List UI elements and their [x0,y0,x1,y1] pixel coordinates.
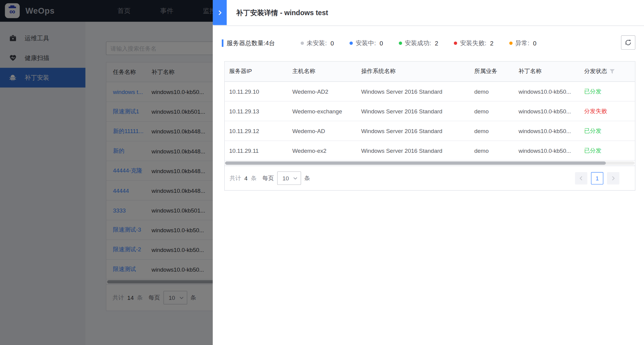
horizontal-scrollbar[interactable] [225,162,635,165]
filter-funnel-icon[interactable] [609,69,615,74]
patch-name-cell: windows10.0-kb50... [519,128,584,134]
chevron-down-icon [293,177,297,179]
column-header-server-ip: 服务器IP [225,68,292,75]
host-name-cell: Wedemo-AD [292,128,361,134]
os-name-cell: Windows Server 2016 Standard [361,108,474,115]
pager: 1 [575,172,619,184]
refresh-icon [624,39,632,46]
status-legend-item: 安装失败: 2 [454,39,494,47]
server-summary: 服务器总数量:4台 未安装: 0 安装中: 0 [222,36,536,50]
app-root: ∞ WeOps 首页 事件 监控 运维工具 [0,0,644,345]
status-label: 安装中: [356,39,376,47]
prev-page-button[interactable] [575,172,587,184]
server-ip-cell: 10.11.29.10 [225,88,292,95]
page-number-button[interactable]: 1 [591,172,603,184]
server-table-pagination: 共计 4 条 每页 10 条 1 [225,166,635,190]
business-cell: demo [474,88,519,95]
host-name-cell: Wedemo-AD2 [292,88,361,95]
status-value: 0 [380,40,383,47]
business-cell: demo [474,147,519,154]
business-cell: demo [474,128,519,134]
modal-mask[interactable] [0,0,213,345]
distribute-status-cell: 分发失败 [584,107,635,115]
status-label: 安装失败: [460,39,486,47]
status-legend-item: 异常: 0 [509,39,536,47]
status-value: 2 [435,40,438,47]
page-size-select[interactable]: 10 [277,171,301,185]
status-dot-icon [300,42,304,45]
scrollbar-thumb[interactable] [225,162,606,165]
total-suffix-label: 条 [251,174,257,182]
server-table-row: 10.11.29.12 Wedemo-AD Windows Server 201… [225,121,635,141]
os-name-cell: Windows Server 2016 Standard [361,88,474,95]
drawer-header: 补丁安装详情 - windows test [213,0,644,26]
column-header-business: 所属业务 [474,68,519,75]
status-value: 0 [533,40,536,47]
server-total-label: 服务器总数量:4台 [227,39,275,47]
server-table-row: 10.11.29.13 Wedemo-exchange Windows Serv… [225,102,635,121]
per-page-label: 每页 [262,174,274,182]
business-cell: demo [474,108,519,115]
patch-name-cell: windows10.0-kb50... [519,108,584,115]
accent-bar [222,39,223,47]
os-name-cell: Windows Server 2016 Standard [361,128,474,134]
refresh-button[interactable] [621,35,635,50]
chevron-right-icon [218,10,222,15]
server-table-row: 10.11.29.10 Wedemo-AD2 Windows Server 20… [225,82,635,102]
patch-name-cell: windows10.0-kb50... [519,88,584,95]
status-value: 0 [331,40,334,47]
status-dot-icon [399,42,402,45]
column-header-patch-name: 补丁名称 [519,68,584,75]
server-ip-cell: 10.11.29.13 [225,108,292,115]
chevron-left-icon [579,176,583,180]
total-prefix-label: 共计 [230,174,241,182]
distribute-status-cell: 已分发 [584,88,635,95]
status-legend-item: 安装成功: 2 [399,39,438,47]
status-legend-item: 未安装: 0 [300,39,334,47]
unit-label: 条 [304,174,310,182]
page-size-value: 10 [282,175,289,182]
column-header-distribute-status: 分发状态 [584,68,635,75]
patch-name-cell: windows10.0-kb50... [519,147,584,154]
distribute-status-cell: 已分发 [584,127,635,134]
status-legend: 未安装: 0 安装中: 0 安装成功: 2 [300,39,536,47]
drawer-title: 补丁安装详情 - windows test [213,0,644,26]
server-ip-cell: 10.11.29.11 [225,147,292,154]
status-label: 异常: [515,39,529,47]
os-name-cell: Windows Server 2016 Standard [361,147,474,154]
distribute-status-cell: 已分发 [584,147,635,154]
chevron-right-icon [612,176,615,180]
next-page-button[interactable] [607,172,619,184]
column-header-host-name: 主机名称 [292,68,361,75]
server-table-card: 服务器IP 主机名称 操作系统名称 所属业务 补丁名称 分发状态 10.11.2… [224,61,636,191]
patch-detail-drawer: 补丁安装详情 - windows test 服务器总数量:4台 未安装: 0 安… [213,0,644,345]
status-legend-item: 安装中: 0 [349,39,383,47]
status-value: 2 [490,40,493,47]
status-dot-icon [349,42,353,45]
server-ip-cell: 10.11.29.12 [225,128,292,134]
host-name-cell: Wedemo-exchange [292,108,361,115]
total-count: 4 [244,175,248,182]
host-name-cell: Wedemo-ex2 [292,147,361,154]
status-dot-icon [509,42,512,45]
server-table-row: 10.11.29.11 Wedemo-ex2 Windows Server 20… [225,141,635,161]
server-table-header: 服务器IP 主机名称 操作系统名称 所属业务 补丁名称 分发状态 [225,62,635,82]
status-label: 未安装: [307,39,327,47]
status-label: 安装成功: [405,39,431,47]
status-dot-icon [454,42,457,45]
distribute-status-label: 分发状态 [584,68,607,75]
drawer-collapse-button[interactable] [213,0,227,25]
column-header-os-name: 操作系统名称 [361,68,474,75]
